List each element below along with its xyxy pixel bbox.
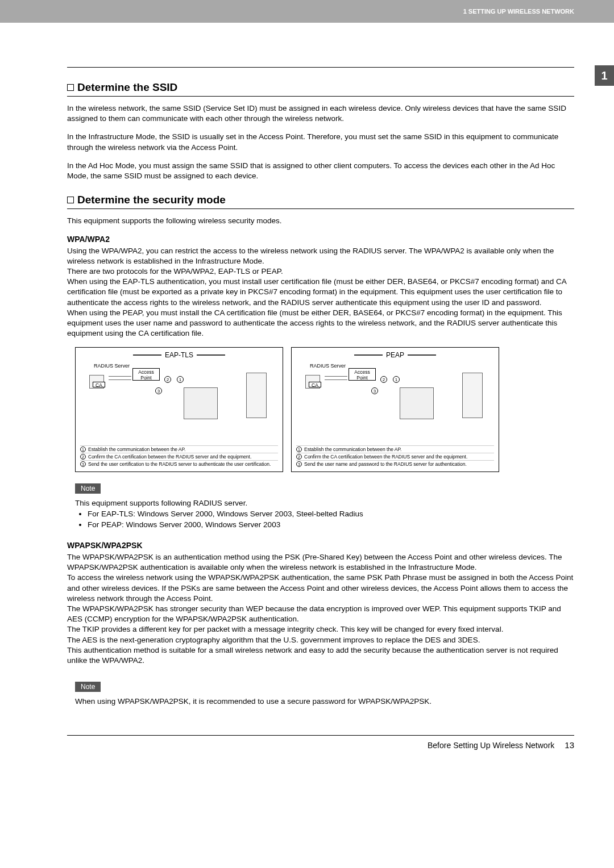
diagram-eaptls: EAP-TLS RADIUS Server CA Access Point 1 … [75, 347, 283, 472]
circle-3: 3 [371, 387, 378, 394]
diagrams-row: EAP-TLS RADIUS Server CA Access Point 1 … [75, 347, 574, 472]
server-rack-icon [462, 373, 483, 418]
section-ssid-title: Determine the SSID [67, 81, 574, 97]
section-security-title: Determine the security mode [67, 194, 574, 209]
ap-box: Access Point [349, 368, 376, 381]
printer-icon [400, 387, 434, 419]
page-footer: Before Setting Up Wireless Network 13 [67, 735, 574, 761]
ap-box: Access Point [132, 368, 160, 381]
footer-section: Before Setting Up Wireless Network [428, 741, 554, 750]
note1-intro: This equipment supports following RADIUS… [75, 498, 574, 508]
wpapsk-body: The WPAPSK/WPA2PSK is an authentication … [67, 552, 574, 666]
circle-3: 3 [155, 387, 162, 394]
wpa-heading: WPA/WPA2 [67, 235, 574, 244]
circle-1: 1 [177, 376, 184, 383]
circle-2: 2 [164, 376, 171, 383]
radius-label: RADIUS Server [310, 364, 346, 369]
diagram-peap: PEAP RADIUS Server CA Access Point 1 2 3… [291, 347, 499, 472]
page-number: 13 [565, 740, 574, 750]
ca-box: CA [93, 382, 105, 387]
chapter-label: 1 SETTING UP WIRELESS NETWORK [463, 8, 574, 15]
arrow [109, 376, 131, 377]
circle-1: 1 [393, 376, 400, 383]
diagram-steps: 1Establish the communication between the… [80, 445, 278, 468]
top-rule [67, 67, 574, 68]
ssid-p3: In the Ad Hoc Mode, you must assign the … [67, 161, 574, 181]
wpa-body: Using the WPA/WPA2, you can restrict the… [67, 246, 574, 339]
printer-icon [184, 387, 218, 419]
arrow [109, 379, 131, 380]
arrow [325, 376, 347, 377]
radius-label: RADIUS Server [94, 364, 130, 369]
diagram-steps: 1Establish the communication between the… [296, 445, 494, 468]
ssid-p1: In the wireless network, the same SSID (… [67, 103, 574, 124]
note2-text: When using WPAPSK/WPA2PSK, it is recomme… [75, 696, 574, 707]
server-rack-icon [246, 373, 267, 418]
page-content: Determine the SSID In the wireless netwo… [0, 23, 614, 724]
note-badge-1: Note [75, 483, 101, 494]
note-badge-2: Note [75, 682, 101, 692]
note1-list: For EAP-TLS: Windows Server 2000, Window… [88, 508, 574, 531]
header-band: 1 SETTING UP WIRELESS NETWORK [0, 0, 614, 23]
circle-2: 2 [380, 376, 387, 383]
wpapsk-heading: WPAPSK/WPA2PSK [67, 541, 574, 550]
security-intro: This equipment supports the following wi… [67, 216, 574, 226]
diagram-peap-title: PEAP [351, 351, 439, 359]
arrow [325, 379, 347, 380]
ca-box: CA [309, 382, 321, 387]
note1-bullet2: For PEAP: Windows Server 2000, Windows S… [88, 519, 574, 531]
ssid-p2: In the Infrastructure Mode, the SSID is … [67, 132, 574, 152]
note1-bullet1: For EAP-TLS: Windows Server 2000, Window… [88, 508, 574, 520]
diagram-eaptls-title: EAP-TLS [130, 351, 229, 359]
